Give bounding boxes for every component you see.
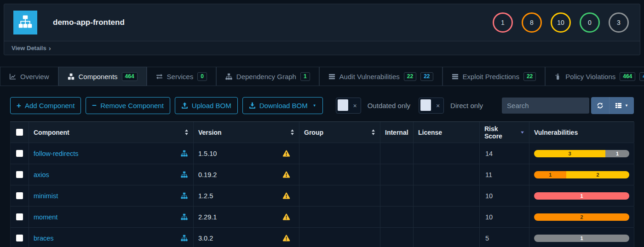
project-icon (13, 11, 37, 34)
row-checkbox-cell (11, 143, 29, 164)
vuln-segment-unassigned: 1 (534, 235, 629, 242)
tab-count-badge: 22 (404, 72, 416, 81)
search-input[interactable] (502, 98, 589, 114)
tab-overview[interactable]: Overview (0, 67, 58, 86)
component-cell: minimist (29, 185, 194, 206)
tab-label: Components (79, 73, 118, 80)
table-row: braces3.0.251 (10, 228, 634, 247)
sort-icon-component[interactable] (184, 129, 189, 136)
vulnerabilities-cell: 2 (529, 207, 634, 227)
sitemap-icon[interactable] (181, 235, 189, 241)
vulnerability-bar: 1 (534, 192, 629, 200)
view-details-label: View Details (12, 45, 46, 52)
download-bom-button[interactable]: Download BOM ▼ (242, 97, 323, 114)
tab-policy-violations[interactable]: Policy Violations46446400 (545, 67, 644, 86)
severity-count: 10 (557, 19, 564, 26)
version-text: 1.5.10 (198, 150, 217, 157)
outdated-warning-icon (282, 213, 294, 220)
component-link[interactable]: braces (34, 235, 54, 242)
internal-cell (380, 185, 414, 206)
sort-desc-icon[interactable] (520, 129, 524, 136)
table-header-row: Component Version Group Internal License… (10, 122, 634, 143)
project-header-main: demo-app-frontend 181003 (4, 4, 640, 41)
component-link[interactable]: minimist (34, 192, 58, 200)
column-header-risk-score[interactable]: Risk Score (480, 122, 529, 143)
chart-line-icon (9, 73, 16, 80)
tab-label: Exploit Predictions (463, 73, 519, 80)
sitemap-icon[interactable] (181, 171, 189, 178)
row-checkbox[interactable] (16, 235, 23, 241)
table-actions-group: ▼ (591, 97, 634, 114)
sitemap-icon[interactable] (181, 213, 189, 220)
table-row: minimist1.2.5101 (10, 185, 634, 207)
component-link[interactable]: follow-redirects (34, 150, 79, 157)
component-link[interactable]: axios (34, 171, 49, 178)
chevron-right-icon: › (49, 44, 51, 52)
tab-exploit-predictions[interactable]: Exploit Predictions22 (443, 67, 546, 86)
component-link[interactable]: moment (34, 213, 58, 221)
tab-dependency-graph[interactable]: Dependency Graph1 (216, 67, 319, 86)
risk-score-cell: 10 (480, 207, 529, 227)
row-checkbox[interactable] (16, 171, 23, 178)
internal-cell (380, 143, 414, 164)
toggle-knob (420, 99, 431, 111)
plus-icon: + (17, 102, 21, 109)
cubes-icon (68, 73, 75, 80)
remove-component-label: Remove Component (100, 102, 164, 109)
column-header-group[interactable]: Group (299, 122, 380, 143)
select-all-checkbox[interactable] (16, 129, 23, 136)
internal-cell (380, 164, 414, 185)
sitemap-icon[interactable] (181, 150, 189, 157)
sitemap-icon[interactable] (181, 192, 189, 199)
tab-services[interactable]: Services0 (147, 67, 216, 86)
row-checkbox[interactable] (16, 192, 23, 199)
exchange-icon (156, 73, 163, 80)
row-checkbox[interactable] (16, 213, 23, 220)
sort-icon-version[interactable] (290, 129, 294, 136)
internal-cell (380, 228, 414, 247)
upload-icon (181, 102, 188, 109)
column-header-component[interactable]: Component (29, 122, 194, 143)
vuln-segment-critical: 1 (534, 192, 629, 200)
version-cell: 0.19.2 (194, 164, 299, 185)
risk-score-value: 14 (484, 150, 493, 157)
severity-summary: 181003 (493, 12, 632, 33)
columns-button[interactable]: ▼ (609, 97, 634, 114)
tab-audit-vulnerabilities[interactable]: Audit Vulnerabilities2222 (319, 67, 443, 86)
vulnerability-bar: 31 (534, 150, 629, 157)
risk-score-cell: 14 (480, 143, 529, 164)
direct-only-toggle[interactable]: × (419, 98, 444, 114)
list-icon (452, 73, 459, 80)
severity-count: 8 (530, 19, 534, 26)
version-text: 0.19.2 (198, 171, 217, 178)
vuln-segment-medium: 2 (566, 171, 629, 178)
outdated-only-label: Outdated only (368, 102, 410, 109)
column-header-vulnerabilities: Vulnerabilities (529, 122, 634, 143)
risk-score-value: 5 (484, 235, 489, 242)
row-checkbox[interactable] (16, 150, 23, 157)
group-cell (299, 143, 380, 164)
outdated-warning-icon (282, 150, 294, 157)
table-row: follow-redirects1.5.101431 (10, 143, 634, 164)
table-body: follow-redirects1.5.101431axios0.19.2111… (10, 143, 634, 247)
tab-bar: OverviewComponents464Services0Dependency… (0, 67, 644, 86)
refresh-button[interactable] (591, 97, 609, 114)
license-cell (414, 164, 480, 185)
risk-score-value: 10 (484, 213, 493, 221)
outdated-only-toggle[interactable]: × (336, 98, 361, 114)
tab-components[interactable]: Components464 (58, 67, 147, 86)
remove-component-button[interactable]: − Remove Component (86, 97, 170, 114)
vulnerability-bar: 2 (534, 213, 629, 221)
risk-score-value: 11 (484, 171, 492, 178)
upload-bom-button[interactable]: Upload BOM (175, 97, 238, 114)
view-details-link[interactable]: View Details › (4, 41, 640, 55)
add-component-button[interactable]: + Add Component (10, 97, 81, 114)
outdated-warning-icon (282, 235, 294, 241)
vulnerabilities-cell: 12 (529, 164, 634, 185)
sort-icon-group[interactable] (371, 129, 375, 136)
column-label: Version (198, 129, 222, 136)
column-header-version[interactable]: Version (194, 122, 299, 143)
vulnerabilities-cell: 1 (529, 228, 634, 247)
columns-icon (615, 102, 622, 109)
column-label: Component (34, 129, 69, 136)
